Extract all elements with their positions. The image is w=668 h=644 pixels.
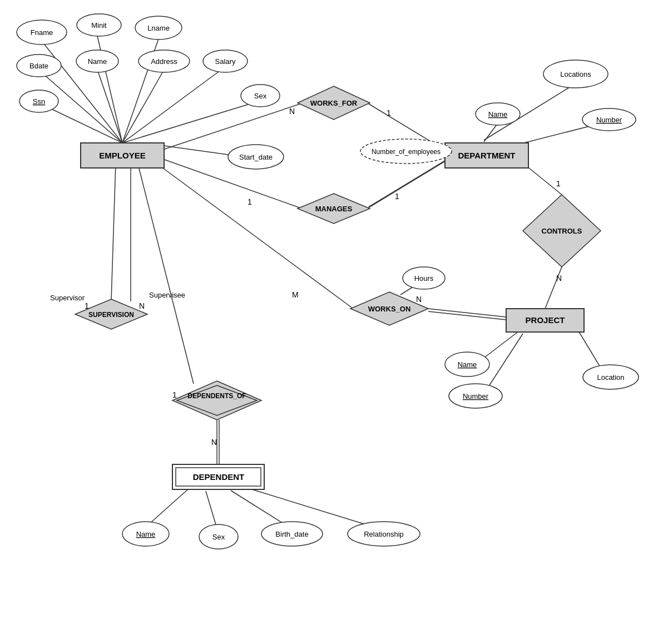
svg-text:WORKS_FOR: WORKS_FOR [310,99,358,107]
entity-department: DEPARTMENT [445,143,528,168]
svg-text:Salary: Salary [215,57,236,66]
svg-text:CONTROLS: CONTROLS [542,227,582,235]
svg-text:Start_date: Start_date [239,153,273,161]
relationship-controls: CONTROLS [523,195,601,267]
svg-text:Name: Name [88,57,107,66]
attr-locations: Locations [543,60,608,88]
attr-relationship: Relationship [348,522,420,546]
card-dep-of-1: 1 [172,390,177,399]
svg-text:Bdate: Bdate [29,62,48,70]
svg-text:DEPENDENTS_OF: DEPENDENTS_OF [187,392,246,400]
svg-text:Relationship: Relationship [364,530,404,538]
svg-line-19 [161,167,353,309]
card-supervision-1: 1 [85,301,89,310]
svg-line-6 [122,67,225,143]
svg-marker-55 [177,385,257,415]
attr-minit: Minit [77,14,121,36]
attr-name-dept: Name [476,103,520,125]
svg-line-34 [206,491,217,528]
svg-text:Lname: Lname [147,24,170,32]
er-diagram: EMPLOYEE DEPARTMENT PROJECT DEPENDENT WO… [0,0,668,601]
svg-text:Location: Location [597,373,624,382]
card-manages-1-emp: 1 [248,197,252,206]
card-works-on-m: M [292,290,299,299]
svg-text:Birth_date: Birth_date [275,530,308,538]
card-works-for-1: 1 [387,108,391,117]
card-works-on-n: N [416,295,422,304]
svg-text:Sex: Sex [254,92,267,100]
attr-location-proj: Location [583,365,639,389]
svg-text:Fname: Fname [31,28,53,37]
attr-start-date: Start_date [228,145,284,169]
attr-name-proj: Name [445,352,489,377]
label-supervisee: Supervisee [149,291,185,299]
svg-line-33 [147,488,189,526]
card-supervision-n: N [139,301,145,310]
svg-text:Locations: Locations [560,70,591,78]
svg-text:PROJECT: PROJECT [526,315,565,325]
svg-text:Name: Name [136,530,156,538]
svg-line-16 [161,158,302,209]
svg-text:SUPERVISION: SUPERVISION [88,311,134,319]
attr-sex-dep: Sex [199,524,238,549]
card-manages-1-dept: 1 [395,192,399,201]
svg-text:Number_of_employees: Number_of_employees [372,148,441,156]
svg-line-28 [111,163,116,300]
svg-line-36 [245,487,378,528]
attr-bdate: Bdate [17,55,61,77]
entity-project: PROJECT [506,309,584,332]
svg-line-17 [367,161,445,209]
attr-sex-emp: Sex [241,85,280,107]
relationship-dependents-of: DEPENDENTS_OF [172,381,261,420]
entity-employee: EMPLOYEE [81,143,164,168]
attr-number-proj: Number [449,384,502,408]
attr-number-dept: Number [582,108,636,131]
attr-fname: Fname [17,20,67,44]
card-works-for-n: N [289,107,295,116]
attr-ssn: Ssn [19,90,58,112]
attr-lname: Lname [135,16,182,39]
svg-text:Sex: Sex [212,533,225,541]
card-controls-1: 1 [556,179,561,188]
svg-text:EMPLOYEE: EMPLOYEE [99,151,145,160]
svg-line-35 [231,491,289,527]
svg-line-18 [369,160,447,207]
svg-text:Number: Number [596,116,622,124]
svg-text:WORKS_ON: WORKS_ON [368,305,411,313]
card-controls-n: N [556,274,562,283]
attr-birth-date: Birth_date [261,522,323,546]
attr-number-of-employees: Number_of_employees [360,139,452,164]
svg-text:Address: Address [151,57,177,66]
svg-text:MANAGES: MANAGES [315,205,353,213]
attr-name-dep: Name [122,522,169,546]
svg-text:Number: Number [463,392,489,400]
svg-line-7 [44,106,122,143]
attr-name-emp: Name [76,50,118,72]
entity-dependent: DEPENDENT [172,464,264,489]
svg-text:DEPENDENT: DEPENDENT [193,472,245,482]
relationship-works-for: WORKS_FOR [298,86,370,120]
card-dep-of-n: N [211,438,217,447]
attr-salary: Salary [203,50,248,72]
attr-hours: Hours [403,267,445,289]
svg-text:Name: Name [458,360,477,369]
svg-line-30 [138,164,194,384]
svg-text:Hours: Hours [414,274,434,283]
svg-line-9 [161,103,303,150]
svg-text:Name: Name [488,110,508,118]
relationship-manages: MANAGES [298,194,370,224]
svg-text:Ssn: Ssn [33,97,45,106]
label-supervisor: Supervisor [50,294,85,302]
svg-text:Minit: Minit [91,21,107,29]
svg-text:DEPARTMENT: DEPARTMENT [458,151,515,160]
attr-address: Address [138,50,190,72]
